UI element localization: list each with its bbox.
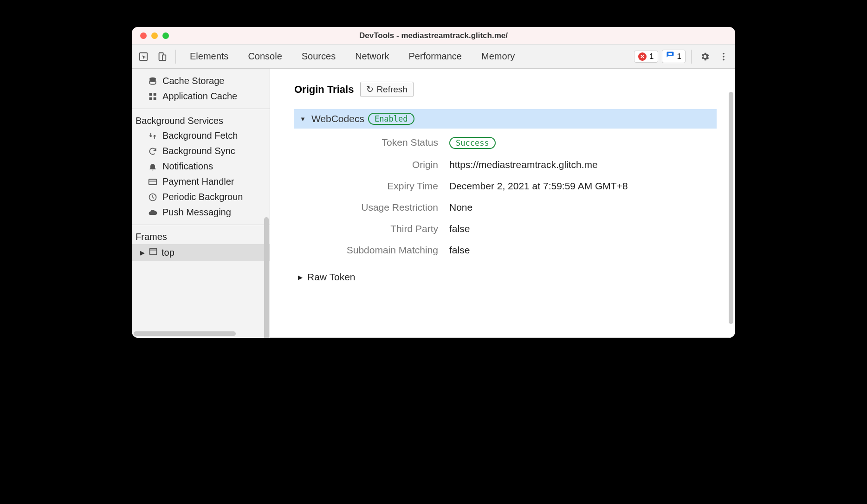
origin-label: Origin [299,159,438,170]
usage-value: None [449,202,717,213]
svg-rect-14 [150,248,157,254]
error-count: 1 [649,52,653,61]
sidebar-item-label: Payment Handler [162,176,234,187]
svg-rect-7 [149,93,152,96]
issues-badge[interactable]: 1 [662,50,686,63]
fetch-icon [148,131,158,141]
usage-label: Usage Restriction [299,202,438,213]
traffic-lights [132,32,169,39]
frames-section: Frames ▶ top [132,225,270,266]
frame-label: top [162,247,175,258]
bell-icon [148,162,158,171]
chevron-right-icon: ▶ [140,249,145,256]
sidebar-item-label: Push Messaging [162,207,231,218]
sidebar-item-label: Periodic Backgroun [162,192,243,202]
window-title: DevTools - mediastreamtrack.glitch.me/ [132,31,735,40]
refresh-icon: ↻ [366,84,374,95]
errors-badge[interactable]: ✕ 1 [634,51,658,63]
svg-point-4 [723,56,725,58]
sidebar-item-notifications[interactable]: Notifications [132,159,270,174]
inspect-element-icon[interactable] [136,49,151,65]
sync-icon [148,147,158,156]
cache-section: Cache Storage Application Cache [132,69,270,109]
sidebar-item-label: Notifications [162,161,213,172]
refresh-label: Refresh [376,84,408,95]
sidebar: Cache Storage Application Cache Backgrou… [132,69,270,338]
svg-rect-11 [149,179,157,185]
sidebar-scrollbar-vertical[interactable] [264,217,269,338]
database-icon [148,77,158,86]
token-status-label: Token Status [299,137,438,149]
titlebar: DevTools - mediastreamtrack.glitch.me/ [132,27,735,45]
frame-top[interactable]: ▶ top [132,244,270,261]
third-party-label: Third Party [299,223,438,234]
tab-network[interactable]: Network [347,45,397,68]
sidebar-item-background-fetch[interactable]: Background Fetch [132,128,270,143]
clock-icon [148,193,158,202]
cloud-icon [148,208,158,217]
background-services-section: Background Services Background Fetch Bac… [132,109,270,225]
separator [691,50,692,64]
tabstrip: Elements Console Sources Network Perform… [132,45,735,69]
background-services-heading: Background Services [132,114,270,128]
origin-trials-header: Origin Trials ↻ Refresh [294,82,717,97]
raw-token-label: Raw Token [307,271,356,283]
trial-name: WebCodecs [311,113,364,124]
minimize-window-button[interactable] [151,32,158,39]
expiry-value: December 2, 2021 at 7:59:59 AM GMT+8 [449,181,717,192]
origin-value: https://mediastreamtrack.glitch.me [449,159,717,170]
svg-rect-2 [162,55,166,60]
trial-status-badge: Enabled [368,113,414,125]
svg-point-5 [723,58,725,60]
tab-elements[interactable]: Elements [181,45,237,68]
sidebar-item-application-cache[interactable]: Application Cache [132,89,270,104]
refresh-button[interactable]: ↻ Refresh [360,82,414,97]
devtools-window: DevTools - mediastreamtrack.glitch.me/ E… [132,27,735,338]
chevron-right-icon: ▶ [298,274,303,281]
sidebar-item-label: Background Sync [162,146,235,156]
more-icon[interactable] [716,49,731,65]
sidebar-item-periodic-background[interactable]: Periodic Backgroun [132,189,270,205]
device-toolbar-icon[interactable] [154,49,170,65]
expiry-label: Expiry Time [299,181,438,192]
trial-row-webcodecs[interactable]: ▼ WebCodecs Enabled [294,109,717,129]
sidebar-item-label: Background Fetch [162,130,238,141]
raw-token-toggle[interactable]: ▶ Raw Token [298,271,717,283]
svg-point-3 [723,52,725,54]
status-badges: ✕ 1 1 [634,50,686,63]
tab-console[interactable]: Console [239,45,290,68]
main-scrollbar-vertical[interactable] [729,92,733,324]
trial-details: Token Status Success Origin https://medi… [299,137,717,256]
error-icon: ✕ [638,52,647,61]
tab-sources[interactable]: Sources [293,45,344,68]
divider [270,337,735,338]
sidebar-item-payment-handler[interactable]: Payment Handler [132,174,270,189]
token-status-value: Success [449,137,717,149]
sidebar-item-push-messaging[interactable]: Push Messaging [132,205,270,220]
sidebar-scrollbar-horizontal[interactable] [134,331,236,336]
issue-icon [666,51,674,62]
tab-performance[interactable]: Performance [401,45,471,68]
subdomain-label: Subdomain Matching [299,245,438,256]
main-panel: Origin Trials ↻ Refresh ▼ WebCodecs Enab… [270,69,735,338]
frame-icon [149,247,158,258]
tab-memory[interactable]: Memory [473,45,523,68]
svg-rect-8 [154,93,156,96]
sidebar-item-label: Cache Storage [162,76,224,86]
card-icon [148,177,158,187]
token-status-badge: Success [449,137,496,149]
third-party-value: false [449,223,717,234]
sidebar-item-background-sync[interactable]: Background Sync [132,143,270,159]
close-window-button[interactable] [140,32,147,39]
subdomain-value: false [449,245,717,256]
settings-icon[interactable] [697,49,713,65]
separator [175,50,176,64]
chevron-down-icon: ▼ [300,116,306,123]
fullscreen-window-button[interactable] [162,32,169,39]
sidebar-item-label: Application Cache [162,91,237,102]
grid-icon [148,92,158,101]
sidebar-item-cache-storage[interactable]: Cache Storage [132,73,270,89]
svg-rect-9 [149,97,152,100]
body: Cache Storage Application Cache Backgrou… [132,69,735,338]
frames-heading: Frames [132,230,270,244]
